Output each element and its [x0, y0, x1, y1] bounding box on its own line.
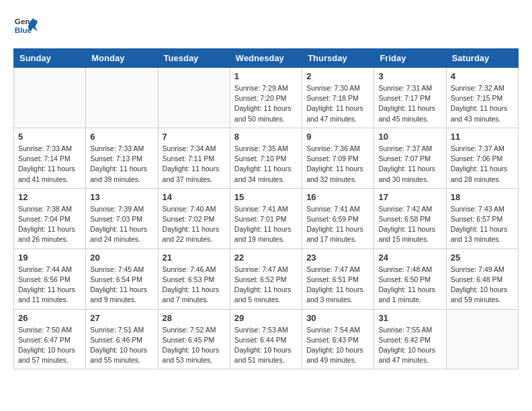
calendar-day-26: 26Sunrise: 7:50 AM Sunset: 6:47 PM Dayli… [14, 309, 86, 369]
calendar-day-27: 27Sunrise: 7:51 AM Sunset: 6:46 PM Dayli… [86, 309, 158, 369]
calendar-day-6: 6Sunrise: 7:33 AM Sunset: 7:13 PM Daylig… [86, 128, 158, 188]
day-number: 27 [90, 313, 153, 323]
day-info: Sunrise: 7:40 AM Sunset: 7:02 PM Dayligh… [163, 204, 226, 245]
calendar-week-row: 19Sunrise: 7:44 AM Sunset: 6:56 PM Dayli… [14, 248, 519, 309]
calendar-day-18: 18Sunrise: 7:43 AM Sunset: 6:57 PM Dayli… [446, 188, 518, 248]
calendar-week-row: 1Sunrise: 7:29 AM Sunset: 7:20 PM Daylig… [14, 68, 519, 128]
weekday-header-monday: Monday [86, 49, 158, 68]
day-number: 11 [451, 132, 514, 142]
day-info: Sunrise: 7:36 AM Sunset: 7:09 PM Dayligh… [306, 144, 369, 185]
day-info: Sunrise: 7:49 AM Sunset: 6:48 PM Dayligh… [451, 265, 514, 306]
day-number: 28 [163, 313, 226, 323]
weekday-header-row: SundayMondayTuesdayWednesdayThursdayFrid… [14, 49, 519, 68]
day-number: 5 [18, 132, 81, 142]
day-number: 31 [378, 313, 441, 323]
day-info: Sunrise: 7:37 AM Sunset: 7:06 PM Dayligh… [451, 144, 514, 185]
day-info: Sunrise: 7:51 AM Sunset: 6:46 PM Dayligh… [90, 325, 153, 366]
day-info: Sunrise: 7:37 AM Sunset: 7:07 PM Dayligh… [378, 144, 441, 185]
day-number: 15 [234, 192, 298, 202]
calendar-day-13: 13Sunrise: 7:39 AM Sunset: 7:03 PM Dayli… [86, 188, 158, 248]
calendar-day-11: 11Sunrise: 7:37 AM Sunset: 7:06 PM Dayli… [446, 128, 518, 188]
calendar-week-row: 26Sunrise: 7:50 AM Sunset: 6:47 PM Dayli… [14, 309, 519, 369]
calendar-day-31: 31Sunrise: 7:55 AM Sunset: 6:42 PM Dayli… [374, 309, 446, 369]
day-info: Sunrise: 7:42 AM Sunset: 6:58 PM Dayligh… [378, 204, 441, 245]
calendar-day-20: 20Sunrise: 7:45 AM Sunset: 6:54 PM Dayli… [86, 248, 158, 309]
day-info: Sunrise: 7:41 AM Sunset: 6:59 PM Dayligh… [306, 204, 369, 245]
day-info: Sunrise: 7:34 AM Sunset: 7:11 PM Dayligh… [163, 144, 226, 185]
day-number: 29 [234, 313, 298, 323]
calendar-day-29: 29Sunrise: 7:53 AM Sunset: 6:44 PM Dayli… [230, 309, 302, 369]
day-number: 9 [306, 132, 369, 142]
day-number: 23 [306, 253, 369, 263]
day-number: 26 [18, 313, 81, 323]
day-number: 19 [18, 253, 81, 263]
calendar-day-28: 28Sunrise: 7:52 AM Sunset: 6:45 PM Dayli… [158, 309, 230, 369]
calendar-day-empty [446, 309, 518, 369]
day-info: Sunrise: 7:47 AM Sunset: 6:52 PM Dayligh… [234, 265, 298, 306]
calendar-day-10: 10Sunrise: 7:37 AM Sunset: 7:07 PM Dayli… [374, 128, 446, 188]
day-number: 3 [378, 71, 441, 81]
day-info: Sunrise: 7:38 AM Sunset: 7:04 PM Dayligh… [18, 204, 81, 245]
day-number: 24 [378, 253, 441, 263]
weekday-header-sunday: Sunday [14, 49, 86, 68]
calendar-day-9: 9Sunrise: 7:36 AM Sunset: 7:09 PM Daylig… [302, 128, 374, 188]
weekday-header-thursday: Thursday [302, 49, 374, 68]
day-info: Sunrise: 7:45 AM Sunset: 6:54 PM Dayligh… [90, 265, 153, 306]
calendar-day-4: 4Sunrise: 7:32 AM Sunset: 7:15 PM Daylig… [446, 68, 518, 128]
day-number: 17 [378, 192, 441, 202]
day-info: Sunrise: 7:47 AM Sunset: 6:51 PM Dayligh… [306, 265, 369, 306]
calendar-day-14: 14Sunrise: 7:40 AM Sunset: 7:02 PM Dayli… [158, 188, 230, 248]
day-info: Sunrise: 7:44 AM Sunset: 6:56 PM Dayligh… [18, 265, 81, 306]
calendar-day-17: 17Sunrise: 7:42 AM Sunset: 6:58 PM Dayli… [374, 188, 446, 248]
day-number: 20 [90, 253, 153, 263]
calendar-day-30: 30Sunrise: 7:54 AM Sunset: 6:43 PM Dayli… [302, 309, 374, 369]
day-info: Sunrise: 7:50 AM Sunset: 6:47 PM Dayligh… [18, 325, 81, 366]
calendar-day-5: 5Sunrise: 7:33 AM Sunset: 7:14 PM Daylig… [14, 128, 86, 188]
day-number: 7 [163, 132, 226, 142]
weekday-header-saturday: Saturday [446, 49, 518, 68]
day-number: 8 [234, 132, 298, 142]
calendar-week-row: 12Sunrise: 7:38 AM Sunset: 7:04 PM Dayli… [14, 188, 519, 248]
calendar-day-empty [158, 68, 230, 128]
day-number: 22 [234, 253, 298, 263]
day-info: Sunrise: 7:53 AM Sunset: 6:44 PM Dayligh… [234, 325, 298, 366]
weekday-header-wednesday: Wednesday [230, 49, 302, 68]
day-number: 14 [163, 192, 226, 202]
day-info: Sunrise: 7:39 AM Sunset: 7:03 PM Dayligh… [90, 204, 153, 245]
calendar-day-12: 12Sunrise: 7:38 AM Sunset: 7:04 PM Dayli… [14, 188, 86, 248]
day-info: Sunrise: 7:43 AM Sunset: 6:57 PM Dayligh… [451, 204, 514, 245]
day-info: Sunrise: 7:54 AM Sunset: 6:43 PM Dayligh… [306, 325, 369, 366]
day-number: 4 [451, 71, 514, 81]
calendar-day-7: 7Sunrise: 7:34 AM Sunset: 7:11 PM Daylig… [158, 128, 230, 188]
weekday-header-friday: Friday [374, 49, 446, 68]
calendar-day-15: 15Sunrise: 7:41 AM Sunset: 7:01 PM Dayli… [230, 188, 302, 248]
calendar-day-1: 1Sunrise: 7:29 AM Sunset: 7:20 PM Daylig… [230, 68, 302, 128]
calendar-day-empty [14, 68, 86, 128]
day-info: Sunrise: 7:31 AM Sunset: 7:17 PM Dayligh… [378, 83, 441, 124]
day-number: 12 [18, 192, 81, 202]
calendar-day-2: 2Sunrise: 7:30 AM Sunset: 7:18 PM Daylig… [302, 68, 374, 128]
day-number: 16 [306, 192, 369, 202]
day-number: 25 [451, 253, 514, 263]
calendar-day-3: 3Sunrise: 7:31 AM Sunset: 7:17 PM Daylig… [374, 68, 446, 128]
weekday-header-tuesday: Tuesday [158, 49, 230, 68]
day-info: Sunrise: 7:52 AM Sunset: 6:45 PM Dayligh… [163, 325, 226, 366]
logo: General Blue [13, 13, 38, 38]
day-number: 2 [306, 71, 369, 81]
day-info: Sunrise: 7:33 AM Sunset: 7:14 PM Dayligh… [18, 144, 81, 185]
calendar-day-23: 23Sunrise: 7:47 AM Sunset: 6:51 PM Dayli… [302, 248, 374, 309]
day-number: 30 [306, 313, 369, 323]
calendar-day-empty [86, 68, 158, 128]
page-header: General Blue [13, 13, 519, 38]
logo-icon: General Blue [13, 13, 38, 38]
calendar-day-19: 19Sunrise: 7:44 AM Sunset: 6:56 PM Dayli… [14, 248, 86, 309]
day-info: Sunrise: 7:30 AM Sunset: 7:18 PM Dayligh… [306, 83, 369, 124]
calendar-day-16: 16Sunrise: 7:41 AM Sunset: 6:59 PM Dayli… [302, 188, 374, 248]
day-info: Sunrise: 7:55 AM Sunset: 6:42 PM Dayligh… [378, 325, 441, 366]
day-number: 6 [90, 132, 153, 142]
day-info: Sunrise: 7:32 AM Sunset: 7:15 PM Dayligh… [451, 83, 514, 124]
calendar-day-22: 22Sunrise: 7:47 AM Sunset: 6:52 PM Dayli… [230, 248, 302, 309]
day-number: 13 [90, 192, 153, 202]
calendar-day-25: 25Sunrise: 7:49 AM Sunset: 6:48 PM Dayli… [446, 248, 518, 309]
day-info: Sunrise: 7:41 AM Sunset: 7:01 PM Dayligh… [234, 204, 298, 245]
